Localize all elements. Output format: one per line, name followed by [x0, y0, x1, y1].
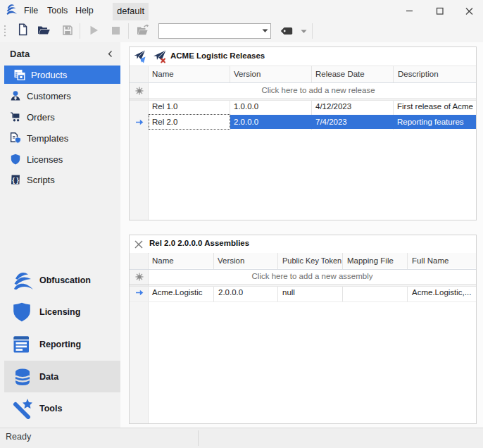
svg-text:{: { [12, 176, 15, 184]
svg-text:}: } [16, 176, 19, 184]
